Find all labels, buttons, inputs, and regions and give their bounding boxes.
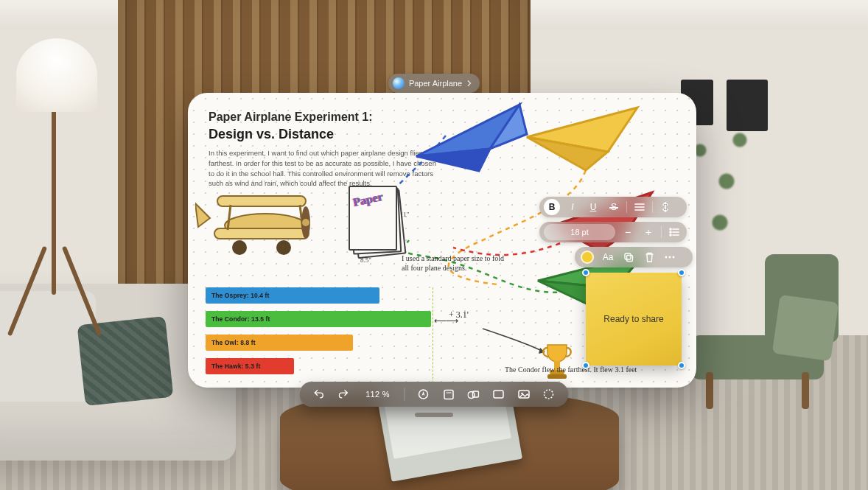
plane-yellow-drawing[interactable] [519,100,652,181]
chart-annotation-axis [433,287,433,388]
svg-point-16 [232,240,247,255]
text-style-button[interactable]: Aa [600,249,616,265]
copy-button[interactable] [620,249,637,265]
italic-button[interactable]: I [564,199,581,215]
chevron-right-icon [466,80,472,86]
trophy-icon[interactable] [542,342,573,380]
format-toolbar: B I U S 18 pt − + Aa [539,197,687,267]
document-title-pill[interactable]: Paper Airplane [388,74,480,93]
zoom-level[interactable]: 112 % [363,390,393,399]
selection-handle[interactable] [678,269,685,276]
markup-tool[interactable] [417,388,430,401]
chart-annotation: + 3.1' [449,309,469,321]
svg-point-15 [302,219,309,226]
distance-bar-chart[interactable]: The Osprey: 10.4 ft The Condor: 13.5 ft … [206,287,486,388]
window-grabber[interactable] [415,413,453,417]
undo-button[interactable] [313,388,326,401]
table-row: The Owl: 8.8 ft [206,335,486,351]
svg-rect-40 [494,391,503,398]
font-size-increase[interactable]: + [640,224,657,240]
bar-label: The Osprey: 10.4 ft [211,292,269,299]
svg-rect-30 [625,253,631,259]
underline-button[interactable]: U [585,199,601,215]
svg-point-28 [670,234,671,236]
list-button[interactable] [666,224,682,240]
strikethrough-button[interactable]: S [606,199,622,215]
paper-word: Paper [352,190,385,209]
more-tools[interactable] [542,388,556,401]
svg-rect-20 [547,374,567,379]
bold-button[interactable]: B [544,199,560,215]
table-row: The Hawk: 5.3 ft [206,358,486,374]
sticky-tool[interactable] [442,388,455,401]
svg-point-34 [673,256,675,259]
selection-handle[interactable] [582,362,589,369]
svg-point-33 [669,256,671,259]
svg-rect-10 [217,196,306,206]
text-box-tool[interactable] [492,388,505,401]
document-name: Paper Airplane [409,79,462,88]
font-size-decrease[interactable]: − [620,224,636,240]
bar-label: The Condor: 13.5 ft [211,315,270,323]
media-tool[interactable] [517,388,531,401]
plane-blue-drawing[interactable] [409,97,534,186]
redo-button[interactable] [338,388,351,401]
app-icon [393,77,405,89]
svg-point-32 [665,256,668,259]
biplane-illustration[interactable] [195,174,328,262]
sticky-note[interactable]: Ready to share [586,273,682,365]
shapes-tool[interactable] [467,388,480,401]
svg-point-26 [670,231,671,233]
paper-width-label: 8.5" [360,256,371,264]
bar-label: The Owl: 8.8 ft [211,339,256,346]
svg-point-43 [545,390,553,399]
svg-point-17 [276,240,291,255]
table-row: The Osprey: 10.4 ft [206,287,486,304]
selection-handle[interactable] [582,269,589,276]
color-swatch[interactable] [579,249,595,265]
sticky-text: Ready to share [603,314,663,324]
font-size-field[interactable]: 18 pt [544,224,615,240]
delete-button[interactable] [641,249,657,265]
svg-point-24 [670,228,671,230]
paper-height-label: 11" [400,211,409,218]
selection-handle[interactable] [678,362,685,369]
bottom-toolbar: 112 % [300,382,569,407]
svg-rect-36 [444,390,453,399]
handwritten-note[interactable]: I used a standard paper size to fold all… [402,253,505,273]
bar-label: The Hawk: 5.3 ft [211,363,260,370]
line-spacing-button[interactable] [657,199,673,215]
svg-rect-31 [627,256,633,262]
align-button[interactable] [631,199,648,215]
more-button[interactable] [662,249,678,265]
winner-note[interactable]: The Condor flew the farthest. It flew 3.… [505,365,637,374]
